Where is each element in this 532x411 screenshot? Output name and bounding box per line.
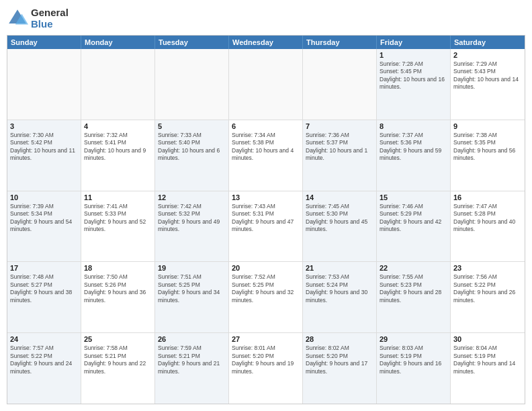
day-number: 30 — [453, 335, 522, 343]
day-info: Sunrise: 7:57 AM Sunset: 5:22 PM Dayligh… — [10, 345, 78, 375]
day-info: Sunrise: 8:03 AM Sunset: 5:19 PM Dayligh… — [380, 345, 447, 375]
calendar-cell: 10Sunrise: 7:39 AM Sunset: 5:34 PM Dayli… — [7, 191, 81, 262]
calendar-cell: 25Sunrise: 7:58 AM Sunset: 5:21 PM Dayli… — [81, 333, 155, 404]
day-info: Sunrise: 8:01 AM Sunset: 5:20 PM Dayligh… — [232, 345, 300, 375]
day-number: 1 — [380, 51, 447, 59]
calendar-cell: 27Sunrise: 8:01 AM Sunset: 5:20 PM Dayli… — [229, 333, 303, 404]
day-number: 14 — [306, 193, 373, 201]
calendar-cell: 2Sunrise: 7:29 AM Sunset: 5:43 PM Daylig… — [451, 49, 525, 120]
day-number: 20 — [232, 264, 300, 272]
day-info: Sunrise: 7:52 AM Sunset: 5:25 PM Dayligh… — [232, 273, 300, 304]
day-info: Sunrise: 7:32 AM Sunset: 5:41 PM Dayligh… — [84, 132, 152, 163]
day-number: 10 — [10, 193, 78, 201]
calendar-cell — [155, 49, 229, 120]
day-info: Sunrise: 8:02 AM Sunset: 5:20 PM Dayligh… — [306, 345, 373, 375]
calendar-cell: 6Sunrise: 7:34 AM Sunset: 5:38 PM Daylig… — [229, 120, 303, 191]
day-number: 15 — [380, 193, 447, 201]
day-info: Sunrise: 7:38 AM Sunset: 5:35 PM Dayligh… — [453, 132, 522, 163]
day-number: 24 — [10, 335, 78, 343]
calendar-cell — [229, 49, 303, 120]
day-number: 17 — [10, 264, 78, 272]
day-info: Sunrise: 7:48 AM Sunset: 5:27 PM Dayligh… — [10, 273, 78, 304]
day-info: Sunrise: 7:46 AM Sunset: 5:29 PM Dayligh… — [380, 203, 447, 234]
calendar: SundayMondayTuesdayWednesdayThursdayFrid… — [7, 35, 525, 404]
header-cell-friday: Friday — [377, 36, 451, 49]
calendar-cell: 7Sunrise: 7:36 AM Sunset: 5:37 PM Daylig… — [303, 120, 377, 191]
day-info: Sunrise: 7:43 AM Sunset: 5:31 PM Dayligh… — [232, 203, 300, 234]
calendar-cell: 22Sunrise: 7:55 AM Sunset: 5:23 PM Dayli… — [377, 262, 451, 332]
day-info: Sunrise: 7:42 AM Sunset: 5:32 PM Dayligh… — [158, 203, 226, 234]
calendar-cell: 3Sunrise: 7:30 AM Sunset: 5:42 PM Daylig… — [7, 120, 81, 191]
calendar-cell: 15Sunrise: 7:46 AM Sunset: 5:29 PM Dayli… — [377, 191, 451, 262]
day-number: 13 — [232, 193, 300, 201]
day-number: 5 — [158, 122, 226, 130]
day-number: 11 — [84, 193, 152, 201]
day-info: Sunrise: 7:55 AM Sunset: 5:23 PM Dayligh… — [380, 273, 447, 304]
calendar-cell: 11Sunrise: 7:41 AM Sunset: 5:33 PM Dayli… — [81, 191, 155, 262]
calendar-cell: 12Sunrise: 7:42 AM Sunset: 5:32 PM Dayli… — [155, 191, 229, 262]
day-info: Sunrise: 7:30 AM Sunset: 5:42 PM Dayligh… — [10, 132, 78, 163]
calendar-cell: 16Sunrise: 7:47 AM Sunset: 5:28 PM Dayli… — [451, 191, 525, 262]
day-number: 21 — [306, 264, 373, 272]
calendar-cell: 5Sunrise: 7:33 AM Sunset: 5:40 PM Daylig… — [155, 120, 229, 191]
calendar-cell: 26Sunrise: 7:59 AM Sunset: 5:21 PM Dayli… — [155, 333, 229, 404]
day-info: Sunrise: 7:56 AM Sunset: 5:22 PM Dayligh… — [453, 273, 522, 304]
day-number: 29 — [380, 335, 447, 343]
day-info: Sunrise: 7:51 AM Sunset: 5:25 PM Dayligh… — [158, 273, 226, 304]
day-info: Sunrise: 7:37 AM Sunset: 5:36 PM Dayligh… — [380, 132, 447, 163]
logo-icon — [7, 7, 28, 29]
day-number: 8 — [380, 122, 447, 130]
day-info: Sunrise: 7:59 AM Sunset: 5:21 PM Dayligh… — [158, 345, 226, 375]
day-number: 19 — [158, 264, 226, 272]
calendar-cell: 4Sunrise: 7:32 AM Sunset: 5:41 PM Daylig… — [81, 120, 155, 191]
day-info: Sunrise: 7:28 AM Sunset: 5:45 PM Dayligh… — [380, 60, 447, 91]
day-info: Sunrise: 7:47 AM Sunset: 5:28 PM Dayligh… — [453, 203, 522, 234]
calendar-cell: 9Sunrise: 7:38 AM Sunset: 5:35 PM Daylig… — [451, 120, 525, 191]
header-cell-wednesday: Wednesday — [229, 36, 303, 49]
day-number: 7 — [306, 122, 373, 130]
calendar-row-1: 3Sunrise: 7:30 AM Sunset: 5:42 PM Daylig… — [7, 120, 525, 191]
calendar-cell: 13Sunrise: 7:43 AM Sunset: 5:31 PM Dayli… — [229, 191, 303, 262]
day-number: 25 — [84, 335, 152, 343]
calendar-cell — [303, 49, 377, 120]
day-number: 26 — [158, 335, 226, 343]
calendar-cell: 8Sunrise: 7:37 AM Sunset: 5:36 PM Daylig… — [377, 120, 451, 191]
day-number: 23 — [453, 264, 522, 272]
calendar-body: 1Sunrise: 7:28 AM Sunset: 5:45 PM Daylig… — [7, 49, 525, 404]
header: General Blue — [7, 7, 525, 30]
calendar-row-3: 17Sunrise: 7:48 AM Sunset: 5:27 PM Dayli… — [7, 262, 525, 333]
logo: General Blue — [7, 7, 69, 30]
header-cell-tuesday: Tuesday — [155, 36, 229, 49]
day-info: Sunrise: 7:39 AM Sunset: 5:34 PM Dayligh… — [10, 203, 78, 234]
day-number: 28 — [306, 335, 373, 343]
calendar-cell: 23Sunrise: 7:56 AM Sunset: 5:22 PM Dayli… — [451, 262, 525, 332]
calendar-cell: 21Sunrise: 7:53 AM Sunset: 5:24 PM Dayli… — [303, 262, 377, 332]
day-number: 27 — [232, 335, 300, 343]
calendar-row-2: 10Sunrise: 7:39 AM Sunset: 5:34 PM Dayli… — [7, 191, 525, 263]
calendar-cell: 17Sunrise: 7:48 AM Sunset: 5:27 PM Dayli… — [7, 262, 81, 332]
calendar-cell — [7, 49, 81, 120]
day-info: Sunrise: 7:58 AM Sunset: 5:21 PM Dayligh… — [84, 345, 152, 375]
day-number: 6 — [232, 122, 300, 130]
calendar-cell: 24Sunrise: 7:57 AM Sunset: 5:22 PM Dayli… — [7, 333, 81, 404]
header-cell-sunday: Sunday — [7, 36, 81, 49]
calendar-cell: 14Sunrise: 7:45 AM Sunset: 5:30 PM Dayli… — [303, 191, 377, 262]
day-number: 3 — [10, 122, 78, 130]
calendar-row-0: 1Sunrise: 7:28 AM Sunset: 5:45 PM Daylig… — [7, 49, 525, 120]
page: General Blue SundayMondayTuesdayWednesda… — [0, 0, 532, 411]
day-number: 18 — [84, 264, 152, 272]
calendar-cell: 19Sunrise: 7:51 AM Sunset: 5:25 PM Dayli… — [155, 262, 229, 332]
day-number: 12 — [158, 193, 226, 201]
calendar-cell — [81, 49, 155, 120]
calendar-cell: 30Sunrise: 8:04 AM Sunset: 5:19 PM Dayli… — [451, 333, 525, 404]
calendar-header: SundayMondayTuesdayWednesdayThursdayFrid… — [7, 36, 525, 49]
calendar-cell: 29Sunrise: 8:03 AM Sunset: 5:19 PM Dayli… — [377, 333, 451, 404]
header-cell-monday: Monday — [81, 36, 155, 49]
day-info: Sunrise: 7:45 AM Sunset: 5:30 PM Dayligh… — [306, 203, 373, 234]
calendar-cell: 20Sunrise: 7:52 AM Sunset: 5:25 PM Dayli… — [229, 262, 303, 332]
logo-text: General Blue — [31, 7, 69, 30]
calendar-cell: 28Sunrise: 8:02 AM Sunset: 5:20 PM Dayli… — [303, 333, 377, 404]
day-number: 2 — [453, 51, 522, 59]
day-number: 4 — [84, 122, 152, 130]
day-info: Sunrise: 7:34 AM Sunset: 5:38 PM Dayligh… — [232, 132, 300, 163]
